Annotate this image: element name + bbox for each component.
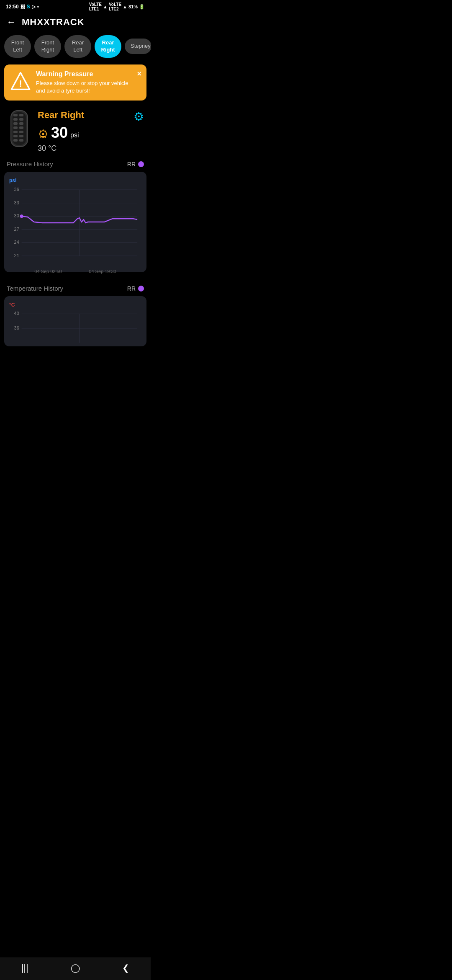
header: ← MHXXTRACK [0,13,151,34]
tire-info-row: Rear Right 30 psi 30 °C [0,107,151,155]
svg-text:40: 40 [14,311,19,316]
svg-text:36: 36 [14,187,19,192]
signal-bars1: ▲ [103,4,108,9]
signal-text: VoLTELTE1 [89,2,102,11]
time: 12:50 [6,4,19,10]
warning-description: Please slow down or stop your vehicle an… [36,80,130,95]
svg-line-25 [45,137,46,138]
tab-stepney[interactable]: Stepney [125,39,151,54]
svg-text:30: 30 [14,213,19,218]
pressure-history-title: Pressure History [7,160,53,168]
warning-banner: ! Warning Pressure Please slow down or s… [4,64,146,101]
warning-close-button[interactable]: × [137,70,141,78]
status-bar: 12:50 🖼 S ▷ • VoLTELTE1 ▲ VoLTELTE2 ▲ 81… [0,0,151,13]
svg-point-39 [20,214,23,218]
s-icon: S [27,4,30,10]
tab-front-left[interactable]: FrontLeft [4,35,31,58]
warning-triangle-icon: ! [10,70,31,91]
photo-icon: 🖼 [21,4,25,9]
tire-name: Rear Right [38,110,144,121]
temperature-legend-dot [138,286,144,291]
svg-rect-13 [19,131,23,133]
svg-rect-12 [13,131,18,133]
back-button[interactable]: ← [7,17,16,28]
svg-rect-5 [19,114,23,116]
temperature-history-title: Temperature History [7,285,63,292]
svg-rect-4 [13,114,18,116]
pressure-chart-y-label: psi [9,178,141,183]
svg-line-21 [45,131,46,132]
svg-text:!: ! [19,78,22,89]
play-icon: ▷ [32,4,36,10]
svg-rect-11 [19,126,23,129]
svg-point-22 [42,133,44,135]
x-label-1: 04 Sep 02:50 [34,269,62,274]
pressure-value: 30 [51,124,68,142]
temperature-chart-svg: 40 36 [9,309,141,343]
pressure-legend-dot [138,161,144,167]
battery-pct: 81% [128,4,138,9]
tab-rear-left[interactable]: RearLeft [64,35,91,58]
warning-title: Warning Pressure [36,70,130,78]
svg-rect-7 [19,118,23,121]
warning-text-wrap: Warning Pressure Please slow down or sto… [36,70,130,95]
svg-rect-9 [19,122,23,125]
pressure-chart-container: psi 36 33 30 27 24 21 04 Sep 02:50 04 Se… [4,172,146,272]
svg-rect-15 [19,135,23,137]
app-title: MHXXTRACK [22,17,85,28]
svg-text:36: 36 [14,325,19,330]
tab-rear-right[interactable]: RearRight [95,35,121,58]
temperature-history-header: Temperature History RR [0,279,151,294]
svg-text:24: 24 [14,240,19,245]
pressure-chart-x-labels: 04 Sep 02:50 04 Sep 19:30 [9,266,141,274]
pressure-sensor-icon [38,127,49,138]
pressure-unit: psi [70,132,79,139]
temperature-value: 30 °C [38,144,144,153]
svg-rect-14 [13,135,18,137]
tire-icon [7,110,32,147]
status-left: 12:50 🖼 S ▷ • [6,4,39,10]
tabs-row: FrontLeft FrontRight RearLeft RearRight … [0,34,151,64]
svg-rect-16 [13,139,18,142]
svg-text:27: 27 [14,227,19,232]
dot-icon: • [37,4,39,10]
pressure-row: 30 psi [38,124,144,142]
temperature-chart-container: °C 40 36 [4,296,146,346]
gear-settings-icon[interactable]: ⚙ [134,110,144,124]
battery-icon: 🔋 [139,4,145,10]
signal-text2: VoLTELTE2 [109,2,121,11]
svg-line-24 [41,137,41,138]
pressure-chart-svg: 36 33 30 27 24 21 [9,185,141,265]
temperature-legend-label: RR [127,285,136,292]
pressure-history-legend: RR [127,161,144,168]
tire-info-container: Rear Right 30 psi 30 °C ⚙ [0,107,151,155]
svg-rect-8 [13,122,18,125]
pressure-legend-label: RR [127,161,136,168]
tire-details: Rear Right 30 psi 30 °C [38,110,144,153]
svg-line-20 [40,131,41,132]
svg-rect-10 [13,126,18,129]
svg-rect-17 [19,139,23,142]
svg-rect-6 [13,118,18,121]
x-label-2: 04 Sep 19:30 [89,269,116,274]
status-right: VoLTELTE1 ▲ VoLTELTE2 ▲ 81% 🔋 [89,2,145,11]
temperature-history-legend: RR [127,285,144,292]
temperature-chart-y-label: °C [9,302,141,308]
pressure-history-header: Pressure History RR [0,155,151,170]
signal-bars2: ▲ [123,4,127,9]
tab-front-right[interactable]: FrontRight [34,35,61,58]
svg-text:33: 33 [14,200,19,205]
svg-text:21: 21 [14,253,19,258]
